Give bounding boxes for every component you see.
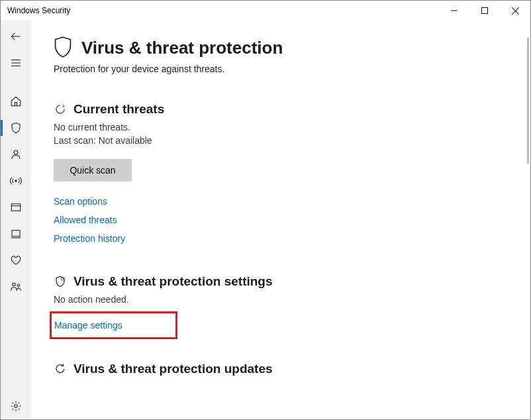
back-button[interactable]	[1, 23, 31, 50]
svg-point-8	[14, 150, 18, 154]
link-scan-options[interactable]: Scan options	[54, 196, 107, 207]
svg-rect-10	[11, 204, 21, 211]
minimize-button[interactable]	[439, 1, 469, 21]
scrollbar-thumb[interactable]	[527, 38, 529, 164]
svg-point-9	[15, 180, 17, 182]
maximize-button[interactable]	[469, 1, 500, 21]
settings-status-line: No action needed.	[54, 294, 508, 305]
shield-gear-icon	[54, 276, 67, 288]
main-content: Virus & threat protection Protection for…	[31, 21, 530, 419]
link-allowed-threats[interactable]: Allowed threats	[54, 215, 117, 225]
section-current-threats: Current threats No current threats. Last…	[54, 102, 508, 252]
titlebar: Windows Security	[1, 1, 530, 21]
link-manage-settings[interactable]: Manage settings	[54, 320, 122, 331]
section-title: Current threats	[73, 102, 164, 117]
nav-device-security[interactable]	[1, 221, 31, 247]
page-title: Virus & threat protection	[81, 38, 283, 58]
nav-app-browser-control[interactable]	[1, 194, 31, 221]
section-settings: Virus & threat protection settings No ac…	[54, 274, 508, 339]
nav-firewall-network[interactable]	[1, 168, 31, 194]
menu-button[interactable]	[1, 50, 31, 76]
quick-scan-button[interactable]: Quick scan	[54, 159, 132, 182]
nav-account-protection[interactable]	[1, 141, 31, 168]
nav-family-options[interactable]	[1, 274, 31, 300]
threat-status-line: No current threats.	[54, 122, 508, 132]
section-updates: Virus & threat protection updates	[54, 362, 508, 376]
close-button[interactable]	[500, 1, 530, 21]
svg-point-15	[17, 284, 19, 286]
nav-virus-threat-protection[interactable]	[1, 115, 31, 141]
nav-settings[interactable]	[1, 393, 31, 419]
svg-point-16	[15, 405, 18, 408]
shield-icon	[54, 36, 72, 60]
svg-point-17	[61, 278, 64, 280]
page-header: Virus & threat protection	[54, 36, 508, 60]
section-title: Virus & threat protection settings	[73, 274, 273, 289]
last-scan-line: Last scan: Not available	[54, 135, 508, 146]
link-protection-history[interactable]: Protection history	[54, 233, 125, 244]
annotation-highlight: Manage settings	[50, 311, 177, 339]
refresh-icon	[54, 363, 67, 375]
refresh-shield-icon	[54, 103, 67, 115]
svg-rect-12	[12, 231, 20, 236]
sidebar	[1, 21, 31, 419]
page-subtitle: Protection for your device against threa…	[54, 64, 508, 74]
nav-device-performance-health[interactable]	[1, 247, 31, 274]
nav-home[interactable]	[1, 88, 31, 115]
section-title: Virus & threat protection updates	[73, 362, 273, 376]
window-title: Windows Security	[1, 6, 70, 15]
svg-point-14	[13, 283, 16, 286]
svg-rect-1	[482, 8, 488, 14]
